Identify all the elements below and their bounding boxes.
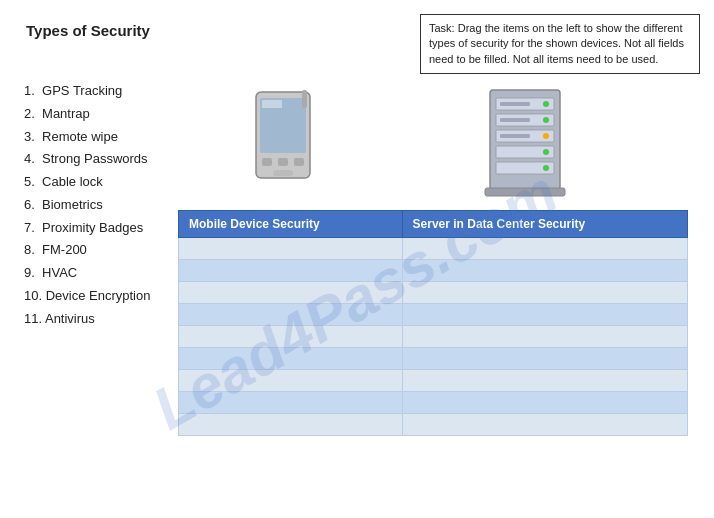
table-row[interactable]: [179, 238, 688, 260]
svg-rect-4: [278, 158, 288, 166]
table-row[interactable]: [179, 304, 688, 326]
list-item[interactable]: 4. Strong Passwords: [24, 148, 150, 171]
security-table: Mobile Device Security Server in Data Ce…: [178, 210, 688, 436]
svg-rect-2: [262, 100, 282, 108]
server-image: [460, 75, 590, 205]
svg-rect-20: [500, 118, 530, 122]
svg-point-16: [543, 133, 549, 139]
list-item[interactable]: 7. Proximity Badges: [24, 217, 150, 240]
svg-point-18: [543, 165, 549, 171]
items-list: 1. GPS Tracking 2. Mantrap 3. Remote wip…: [24, 80, 150, 330]
table-row[interactable]: [179, 348, 688, 370]
mobile-device-image: [240, 85, 325, 195]
svg-point-17: [543, 149, 549, 155]
table-row[interactable]: [179, 414, 688, 436]
svg-rect-3: [262, 158, 272, 166]
list-item[interactable]: 11. Antivirus: [24, 308, 150, 331]
col-header-mobile: Mobile Device Security: [179, 211, 403, 238]
table-row[interactable]: [179, 392, 688, 414]
table-row[interactable]: [179, 370, 688, 392]
table-row[interactable]: [179, 282, 688, 304]
col-header-server: Server in Data Center Security: [402, 211, 687, 238]
page: Task: Drag the items on the left to show…: [0, 0, 714, 518]
table-row[interactable]: [179, 260, 688, 282]
svg-rect-7: [302, 90, 307, 108]
svg-rect-22: [485, 188, 565, 196]
table-row[interactable]: [179, 326, 688, 348]
list-item[interactable]: 5. Cable lock: [24, 171, 150, 194]
list-item[interactable]: 1. GPS Tracking: [24, 80, 150, 103]
list-item[interactable]: 3. Remote wipe: [24, 126, 150, 149]
list-item[interactable]: 8. FM-200: [24, 239, 150, 262]
svg-rect-21: [500, 134, 530, 138]
list-item[interactable]: 2. Mantrap: [24, 103, 150, 126]
task-box: Task: Drag the items on the left to show…: [420, 14, 700, 74]
list-item[interactable]: 10. Device Encryption: [24, 285, 150, 308]
svg-point-14: [543, 101, 549, 107]
svg-rect-5: [294, 158, 304, 166]
svg-rect-6: [273, 170, 293, 176]
svg-rect-19: [500, 102, 530, 106]
list-item[interactable]: 6. Biometrics: [24, 194, 150, 217]
task-text: Task: Drag the items on the left to show…: [429, 22, 684, 65]
svg-point-15: [543, 117, 549, 123]
list-item[interactable]: 9. HVAC: [24, 262, 150, 285]
